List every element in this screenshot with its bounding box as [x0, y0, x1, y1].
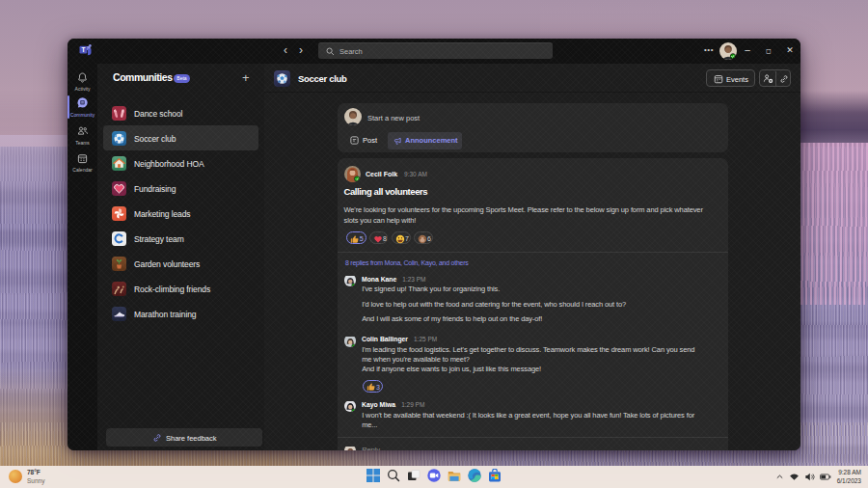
svg-text:T: T [81, 46, 85, 53]
